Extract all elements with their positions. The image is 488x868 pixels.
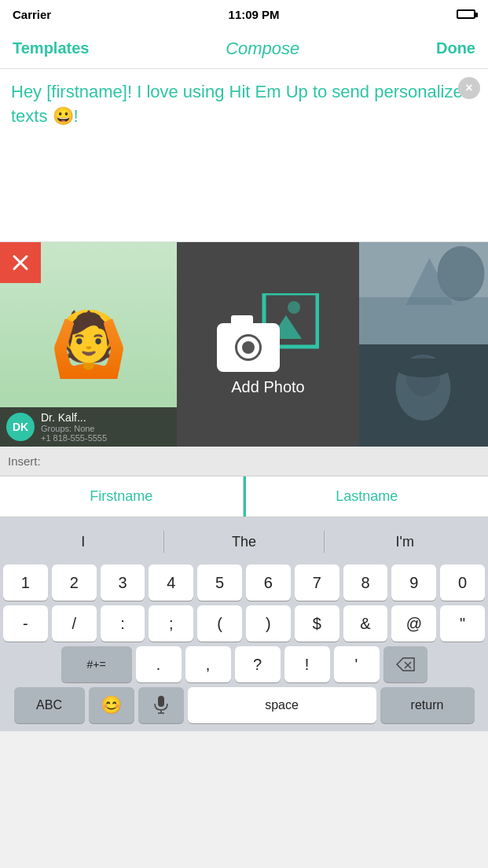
- compose-area[interactable]: Hey [firstname]! I love using Hit Em Up …: [0, 69, 488, 242]
- mic-icon: [154, 696, 168, 715]
- key-slash[interactable]: /: [52, 605, 97, 642]
- photo-right: [359, 242, 488, 447]
- backspace-icon: [396, 657, 415, 671]
- photo-right-top: [359, 242, 488, 344]
- keyboard-row-misc: #+= . , ? ! ': [3, 646, 485, 682]
- key-5[interactable]: 5: [197, 565, 242, 601]
- firstname-button[interactable]: Firstname: [0, 476, 244, 517]
- key-lparen[interactable]: (: [197, 605, 242, 642]
- contact-name: Dr. Kalf...: [41, 411, 107, 424]
- contact-info: Dr. Kalf... Groups: None +1 818-555-5555: [41, 411, 107, 443]
- camera-icon-area: [217, 293, 319, 372]
- photo-middle[interactable]: Add Photo: [177, 242, 359, 447]
- delete-key[interactable]: [383, 646, 427, 682]
- svg-rect-13: [396, 359, 451, 370]
- key-3[interactable]: 3: [101, 565, 145, 601]
- time-label: 11:09 PM: [229, 8, 280, 21]
- templates-button[interactable]: Templates: [13, 39, 89, 57]
- status-bar: Carrier 11:09 PM: [0, 0, 488, 28]
- nav-bar: Templates Compose Done: [0, 28, 488, 69]
- key-2[interactable]: 2: [52, 565, 97, 601]
- key-7[interactable]: 7: [295, 565, 339, 601]
- key-exclaim[interactable]: !: [284, 646, 330, 682]
- mic-key[interactable]: [138, 687, 184, 723]
- key-8[interactable]: 8: [343, 565, 388, 601]
- keyboard-row-symbols: - / : ; ( ) $ & @ ": [3, 605, 485, 642]
- photo-left: 🙆 DK Dr. Kalf... Groups: None +1 818-555…: [0, 242, 177, 447]
- key-semicolon[interactable]: ;: [149, 605, 193, 642]
- x-icon: [12, 254, 29, 271]
- contact-bottom-bar: DK Dr. Kalf... Groups: None +1 818-555-5…: [0, 407, 177, 447]
- key-rparen[interactable]: ): [246, 605, 291, 642]
- key-6[interactable]: 6: [246, 565, 291, 601]
- contact-phone: +1 818-555-5555: [41, 433, 107, 443]
- photo-right-bottom: [359, 344, 488, 447]
- beach-photo: [359, 242, 488, 344]
- done-button[interactable]: Done: [436, 39, 475, 57]
- contact-groups: Groups: None: [41, 424, 107, 433]
- keyboard-suggestions: I The I'm: [3, 524, 485, 560]
- svg-point-4: [288, 301, 300, 314]
- key-apostrophe[interactable]: ': [334, 646, 380, 682]
- key-quote[interactable]: ": [440, 605, 485, 642]
- lastname-button[interactable]: Lastname: [246, 476, 489, 517]
- suggestion-The[interactable]: The: [164, 531, 325, 554]
- key-0[interactable]: 0: [440, 565, 485, 601]
- key-9[interactable]: 9: [391, 565, 436, 601]
- photo-section: 🙆 DK Dr. Kalf... Groups: None +1 818-555…: [0, 242, 488, 447]
- emoji-key[interactable]: 😊: [89, 687, 134, 723]
- keyboard: I The I'm 1 2 3 4 5 6 7 8 9 0 - / : ; ( …: [0, 517, 488, 731]
- quick-insert-bar: Firstname Lastname: [0, 476, 488, 517]
- abc-key[interactable]: ABC: [14, 687, 85, 723]
- key-at[interactable]: @: [391, 605, 436, 642]
- carrier-label: Carrier: [13, 8, 51, 21]
- keyboard-bottom-row: ABC 😊 space return: [3, 687, 485, 723]
- camera-notch: [231, 315, 253, 325]
- insert-bar: Insert:: [0, 447, 488, 476]
- contact-avatar: DK: [6, 413, 35, 441]
- key-dash[interactable]: -: [3, 605, 48, 642]
- key-question[interactable]: ?: [235, 646, 281, 682]
- add-photo-label: Add Photo: [231, 378, 304, 396]
- photo-delete-button[interactable]: [0, 242, 41, 283]
- suggestion-I[interactable]: I: [3, 531, 163, 554]
- key-ampersand[interactable]: &: [343, 605, 388, 642]
- key-dollar[interactable]: $: [295, 605, 339, 642]
- keyboard-row-numbers: 1 2 3 4 5 6 7 8 9 0: [3, 565, 485, 601]
- key-comma[interactable]: ,: [185, 646, 231, 682]
- camera-lens: [235, 334, 262, 361]
- camera-lens-inner: [242, 341, 255, 354]
- battery-area: [457, 9, 475, 19]
- svg-rect-16: [158, 696, 164, 707]
- close-button[interactable]: ×: [458, 77, 480, 99]
- space-key[interactable]: space: [188, 687, 376, 723]
- key-1[interactable]: 1: [3, 565, 48, 601]
- compose-title: Compose: [226, 39, 299, 59]
- key-hashtag-mode[interactable]: #+=: [61, 646, 132, 682]
- battery-icon: [457, 9, 475, 19]
- camera-body: [217, 323, 280, 372]
- suggestion-Im[interactable]: I'm: [325, 531, 485, 554]
- portrait-photo: [359, 344, 488, 447]
- insert-label: Insert:: [8, 454, 41, 468]
- key-4[interactable]: 4: [149, 565, 193, 601]
- compose-text: Hey [firstname]! I love using Hit Em Up …: [11, 80, 477, 129]
- return-key[interactable]: return: [380, 687, 475, 723]
- key-period[interactable]: .: [136, 646, 182, 682]
- key-colon[interactable]: :: [101, 605, 145, 642]
